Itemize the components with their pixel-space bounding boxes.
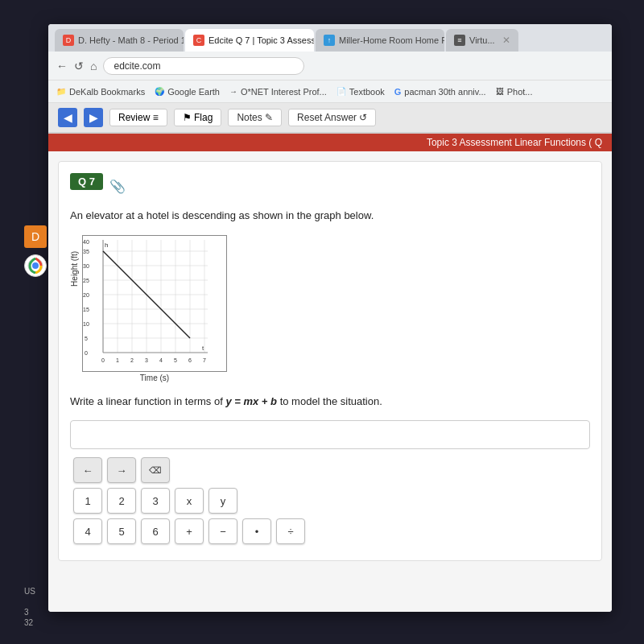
bookmark-earth-label: Google Earth xyxy=(167,87,220,97)
back-button[interactable]: ← xyxy=(56,60,68,72)
x-axis-label: Time (s) xyxy=(82,374,227,382)
key-nav-left[interactable]: ← xyxy=(73,457,102,483)
question-number: Q 7 xyxy=(70,173,103,190)
bottom-num-text: 332 xyxy=(24,608,33,627)
key-6[interactable]: 6 xyxy=(141,518,170,544)
svg-text:7: 7 xyxy=(203,357,206,363)
graph-wrapper: 0 5 10 15 20 25 30 35 40 0 1 2 3 xyxy=(82,235,227,382)
instruction-suffix: to model the situation. xyxy=(280,395,382,407)
browser-window: D D. Hefty - Math 8 - Period 1 ✕ C Edcit… xyxy=(48,24,612,612)
key-5[interactable]: 5 xyxy=(107,518,136,544)
svg-text:15: 15 xyxy=(83,307,89,312)
tab-favicon-math: D xyxy=(63,35,74,46)
svg-text:5: 5 xyxy=(174,357,177,363)
svg-text:t: t xyxy=(202,345,204,352)
question-text: An elevator at a hotel is descending as … xyxy=(70,208,590,224)
bookmarks-bar: 📁 DeKalb Bookmarks 🌍 Google Earth → O*NE… xyxy=(48,80,612,103)
keyboard-row-nav: ← → ⌫ xyxy=(73,457,587,483)
graph-container: Height (ft) xyxy=(70,235,590,382)
tab-label-edcite: Edcite Q 7 | Topic 3 Assessm xyxy=(208,35,314,45)
tab-label-math: D. Hefty - Math 8 - Period 1 xyxy=(78,35,184,45)
instruction-prefix: Write a linear function in terms of xyxy=(70,395,223,407)
home-button[interactable]: ⌂ xyxy=(90,60,97,72)
key-dot[interactable]: • xyxy=(242,518,271,544)
svg-text:4: 4 xyxy=(159,357,163,363)
prev-question-button[interactable]: ◀ xyxy=(58,108,77,127)
answer-input-box[interactable] xyxy=(70,420,590,449)
key-y[interactable]: y xyxy=(208,488,237,514)
svg-text:40: 40 xyxy=(83,239,89,245)
tab-favicon-virtual: ≡ xyxy=(454,35,465,46)
key-minus[interactable]: − xyxy=(208,518,237,544)
key-divide[interactable]: ÷ xyxy=(276,518,305,544)
tab-bar: D D. Hefty - Math 8 - Period 1 ✕ C Edcit… xyxy=(48,24,612,52)
key-2[interactable]: 2 xyxy=(107,488,136,514)
us-label: US xyxy=(24,587,35,596)
question-area: Q 7 📎 An elevator at a hotel is descendi… xyxy=(58,161,602,561)
tab-close-virtual[interactable]: ✕ xyxy=(502,35,510,46)
key-4[interactable]: 4 xyxy=(73,518,102,544)
key-3[interactable]: 3 xyxy=(141,488,170,514)
topic-bar: Topic 3 Assessment Linear Functions ( Q xyxy=(48,134,612,151)
bookmark-textbook[interactable]: 📄 Textbook xyxy=(336,87,385,97)
formula-text: y = mx + b xyxy=(225,395,277,407)
bookmark-folder-icon: 📁 xyxy=(56,87,66,96)
key-1[interactable]: 1 xyxy=(73,488,102,514)
flag-button[interactable]: ⚑ Flag xyxy=(174,109,222,126)
bookmark-dekalb-label: DeKalb Bookmarks xyxy=(69,87,145,97)
svg-text:5: 5 xyxy=(85,336,88,341)
svg-text:0: 0 xyxy=(101,357,105,363)
bookmark-textbook-label: Textbook xyxy=(349,87,385,97)
review-button[interactable]: Review ≡ xyxy=(109,109,167,126)
bookmark-google-icon: G xyxy=(394,87,402,97)
bookmark-pacman[interactable]: G pacman 30th anniv... xyxy=(394,87,486,97)
attachment-icon: 📎 xyxy=(109,179,126,194)
tab-virtual[interactable]: ≡ Virtu... ✕ xyxy=(446,29,518,52)
bookmark-dekalb[interactable]: 📁 DeKalb Bookmarks xyxy=(56,87,145,97)
edcite-content: ◀ ▶ Review ≡ ⚑ Flag Notes ✎ Reset Answer… xyxy=(48,103,612,612)
bookmark-google-earth[interactable]: 🌍 Google Earth xyxy=(155,87,220,97)
reset-answer-button[interactable]: Reset Answer ↺ xyxy=(288,109,376,126)
svg-text:6: 6 xyxy=(188,357,192,363)
notes-button[interactable]: Notes ✎ xyxy=(228,109,282,126)
drive-icon[interactable]: D xyxy=(24,225,47,248)
bookmark-photo[interactable]: 🖼 Phot... xyxy=(496,87,533,97)
svg-text:3: 3 xyxy=(145,357,148,363)
bookmark-onet[interactable]: → O*NET Interest Prof... xyxy=(229,87,327,97)
tab-edcite[interactable]: C Edcite Q 7 | Topic 3 Assessm ✕ xyxy=(185,29,314,52)
key-nav-right[interactable]: → xyxy=(107,457,136,483)
side-icons: D xyxy=(24,225,47,277)
tab-math[interactable]: D D. Hefty - Math 8 - Period 1 ✕ xyxy=(55,29,184,52)
bookmark-photo-icon: 🖼 xyxy=(496,87,504,96)
y-axis-label: Height (ft) xyxy=(70,251,79,287)
tab-favicon-edcite: C xyxy=(193,35,204,46)
bookmark-photo-label: Phot... xyxy=(507,87,533,97)
svg-text:h: h xyxy=(105,242,108,249)
bookmark-onet-icon: → xyxy=(229,87,237,96)
topic-bar-text: Topic 3 Assessment Linear Functions ( Q xyxy=(427,137,602,148)
key-backspace[interactable]: ⌫ xyxy=(141,457,170,483)
instruction-text: Write a linear function in terms of y = … xyxy=(70,394,590,410)
svg-point-38 xyxy=(32,262,39,269)
tab-miller[interactable]: ↑ Miller-Home Room Home P ✕ xyxy=(316,29,444,52)
svg-text:35: 35 xyxy=(83,249,89,254)
tab-label-virtual: Virtu... xyxy=(469,35,495,45)
bookmark-textbook-icon: 📄 xyxy=(336,87,346,96)
chrome-icon[interactable] xyxy=(24,254,47,277)
keyboard-row-1: 1 2 3 x y xyxy=(73,488,587,514)
keyboard-row-2: 4 5 6 + − • ÷ xyxy=(73,518,587,544)
tab-favicon-miller: ↑ xyxy=(324,35,335,46)
svg-text:20: 20 xyxy=(83,292,89,298)
next-question-button[interactable]: ▶ xyxy=(84,108,103,127)
bookmark-onet-label: O*NET Interest Prof... xyxy=(241,87,327,97)
reload-button[interactable]: ↺ xyxy=(74,60,84,72)
svg-text:0: 0 xyxy=(85,350,88,356)
bookmark-pacman-label: pacman 30th anniv... xyxy=(404,87,485,97)
svg-text:2: 2 xyxy=(130,357,134,363)
address-input[interactable]: edcite.com xyxy=(103,57,304,75)
svg-text:1: 1 xyxy=(116,357,119,363)
bottom-number: 332 xyxy=(24,607,33,628)
key-plus[interactable]: + xyxy=(175,518,204,544)
svg-text:10: 10 xyxy=(83,321,89,327)
key-x[interactable]: x xyxy=(175,488,204,514)
